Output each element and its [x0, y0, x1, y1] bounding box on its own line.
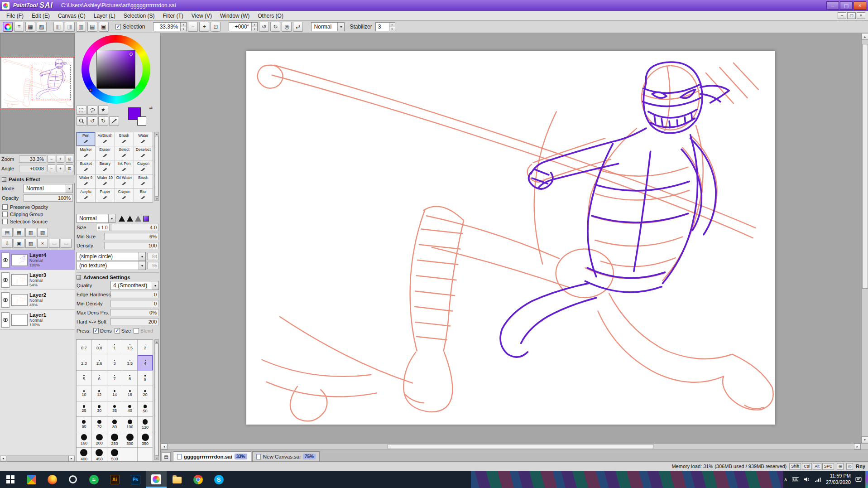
action-center-icon[interactable]: [855, 477, 862, 482]
tool-paper[interactable]: Paper: [96, 188, 114, 202]
rect-select-tool[interactable]: [77, 106, 86, 115]
tool-brush[interactable]: Brush: [115, 132, 134, 146]
eyedropper-tool[interactable]: [109, 116, 119, 126]
tool-bucket[interactable]: Bucket: [77, 160, 95, 174]
scroll-up-icon[interactable]: ▴: [862, 33, 868, 40]
tool-water-10[interactable]: Water 10: [96, 174, 114, 188]
show-desktop-button[interactable]: [865, 471, 868, 488]
check-selection-source[interactable]: Selection Source: [0, 218, 75, 225]
tool-brush[interactable]: Brush: [134, 174, 153, 188]
tool-oil-water[interactable]: Oil Water: [115, 174, 134, 188]
start-button[interactable]: [0, 471, 21, 488]
nav-rotate-reset-button[interactable]: ⊡: [66, 164, 73, 172]
setting-slider[interactable]: 0: [110, 291, 159, 298]
brush-shape-select[interactable]: (simple circle) ▾: [77, 252, 146, 261]
menu-item-selection[interactable]: Selection (S): [120, 12, 158, 20]
scratchpad-button[interactable]: ▨: [37, 22, 47, 32]
swap-colors-icon[interactable]: ⇄: [149, 106, 153, 110]
layer-mode-select[interactable]: Normal ▾: [24, 184, 73, 193]
spinner-icon[interactable]: ▴▾: [180, 23, 186, 31]
eye-icon[interactable]: [1, 312, 10, 328]
rotate-cw-tool[interactable]: ↻: [98, 116, 108, 126]
zoom-tool[interactable]: [77, 116, 86, 126]
brush-size-30[interactable]: 30: [92, 401, 107, 416]
menu-item-canvas[interactable]: Canvas (C): [54, 12, 89, 20]
brush-size-80[interactable]: 80: [107, 417, 122, 432]
layer-row-layer3[interactable]: Layer3Normal54%: [0, 270, 75, 290]
rotate-ccw-button[interactable]: ↺: [259, 22, 269, 32]
new-linework-layer-button[interactable]: ▥: [25, 228, 36, 237]
tray-expand-icon[interactable]: ∧: [784, 477, 787, 483]
brush-size-5[interactable]: 5: [77, 371, 91, 386]
brush-size-6[interactable]: 6: [92, 371, 107, 386]
tool-pen[interactable]: Pen: [77, 132, 95, 146]
brush-size-3.5[interactable]: 3.5: [122, 355, 137, 370]
brush-size-0.8[interactable]: 0.8: [92, 340, 107, 355]
paper-texture-button[interactable]: ▧: [37, 228, 48, 237]
network-icon[interactable]: [815, 477, 821, 482]
viewport-rectangle[interactable]: [32, 65, 71, 100]
brush-size-20[interactable]: 20: [138, 386, 153, 401]
min-size-slider[interactable]: 6%: [104, 233, 159, 240]
selection-flood-button[interactable]: ◧: [53, 22, 63, 32]
clear-layer-button[interactable]: ▨: [25, 239, 36, 248]
layer-panel-scrollbar[interactable]: ◂ ▸: [0, 455, 75, 461]
zoom-reset-button[interactable]: ⊡: [211, 22, 221, 32]
taskbar-app-spotify[interactable]: [83, 471, 104, 488]
close-button[interactable]: ×: [854, 1, 866, 10]
nav-zoom-in-button[interactable]: +: [57, 155, 64, 163]
selection-show-button[interactable]: ▣: [99, 22, 109, 32]
scrollbar-thumb[interactable]: [862, 44, 868, 289]
brush-size-400[interactable]: 400: [77, 448, 91, 463]
tool-select[interactable]: Select: [115, 146, 134, 160]
tool-blur[interactable]: Blur: [134, 188, 153, 202]
size-slider[interactable]: 4.0: [111, 224, 159, 231]
taskbar-app-illustrator[interactable]: Ai: [104, 471, 125, 488]
rotate-reset-button[interactable]: ◎: [282, 22, 292, 32]
color-swatches[interactable]: ⇄: [127, 106, 153, 127]
check-preserve-opacity[interactable]: Preserve Opacity: [0, 203, 75, 211]
brush-blend-select[interactable]: Normal ▾: [77, 214, 115, 223]
tool-water[interactable]: Water: [134, 132, 153, 146]
scroll-down-icon[interactable]: ▾: [862, 436, 868, 443]
tool-ink-pen[interactable]: Ink Pen: [115, 160, 134, 174]
selection-expand-button[interactable]: ▤: [87, 22, 97, 32]
tab-1[interactable]: gggggrrrrrrrdon.sai33%: [173, 451, 251, 461]
brush-size-25[interactable]: 25: [77, 401, 91, 416]
volume-icon[interactable]: [804, 477, 810, 482]
taskbar-app-firefox[interactable]: [42, 471, 62, 488]
nav-zoom-reset-button[interactable]: ⊡: [66, 155, 73, 163]
menu-item-edit[interactable]: Edit (E): [28, 12, 53, 20]
taskbar-app-skype[interactable]: S: [208, 471, 229, 488]
merge-down-button[interactable]: ▣: [14, 239, 24, 248]
brush-tip-icon[interactable]: [119, 216, 125, 222]
magic-wand-tool[interactable]: [98, 106, 108, 115]
brush-size-16[interactable]: 16: [122, 386, 137, 401]
brush-size-8[interactable]: 8: [122, 371, 137, 386]
brush-size-450[interactable]: 450: [92, 448, 107, 463]
quality-select[interactable]: 4 (Smoothest)▾: [110, 281, 159, 290]
brush-size-120[interactable]: 120: [138, 417, 153, 432]
scrollbar-thumb[interactable]: [155, 136, 158, 197]
layer-row-layer4[interactable]: Layer4Normal100%: [0, 250, 75, 270]
brush-size-4[interactable]: 4: [138, 355, 153, 370]
menu-item-file[interactable]: File (F): [3, 12, 27, 20]
layer-row-layer1[interactable]: Layer1Normal100%: [0, 310, 75, 330]
new-layer-set-button[interactable]: ▦: [14, 228, 24, 237]
nav-rotate-ccw-button[interactable]: −: [48, 164, 55, 172]
canvas-viewport[interactable]: ▴ ▾: [161, 33, 868, 443]
tab-2[interactable]: New Canvas.sai75%: [252, 451, 320, 461]
brush-size-12[interactable]: 12: [92, 386, 107, 401]
stabilizer-select[interactable]: 3 ▴▾: [375, 22, 395, 31]
flip-view-button[interactable]: ⇄: [293, 22, 303, 32]
menu-item-window[interactable]: Window (W): [216, 12, 253, 20]
rotate-ccw-tool[interactable]: ↺: [87, 116, 97, 126]
brush-size-2[interactable]: 2: [138, 340, 153, 355]
selection-toggle[interactable]: ✓ Selection: [115, 24, 145, 30]
maximize-button[interactable]: ▢: [840, 1, 853, 10]
brush-size-200[interactable]: 200: [92, 432, 107, 447]
menu-item-layer[interactable]: Layer (L): [90, 12, 119, 20]
canvas-page[interactable]: [246, 51, 775, 425]
brush-tip-icon[interactable]: [135, 216, 141, 222]
selection-invert-button[interactable]: ◨: [65, 22, 75, 32]
